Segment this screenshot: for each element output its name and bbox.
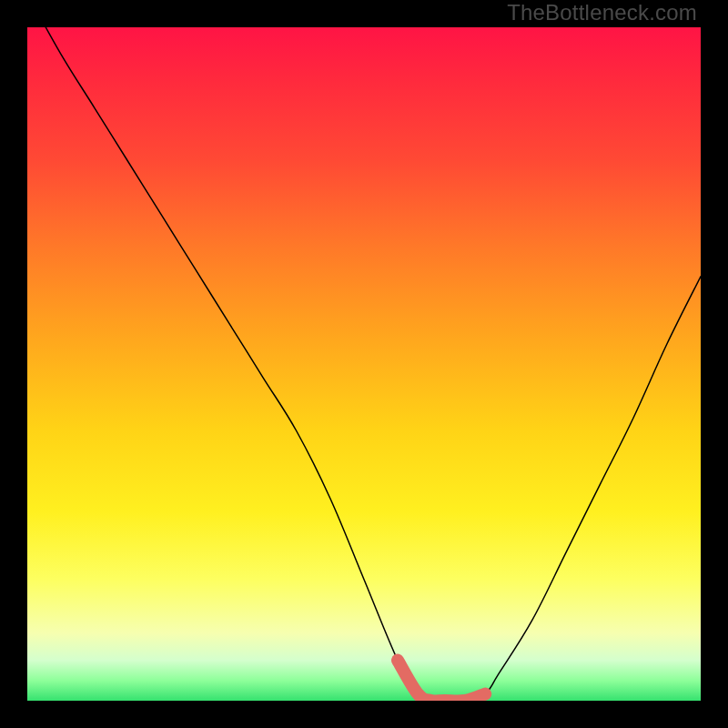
watermark-label: TheBottleneck.com: [507, 0, 697, 25]
bottleneck-curve: [27, 27, 701, 701]
curve-path: [27, 27, 701, 701]
chart-frame: TheBottleneck.com: [0, 0, 728, 728]
highlight-path: [398, 661, 485, 701]
plot-area: [27, 27, 701, 701]
